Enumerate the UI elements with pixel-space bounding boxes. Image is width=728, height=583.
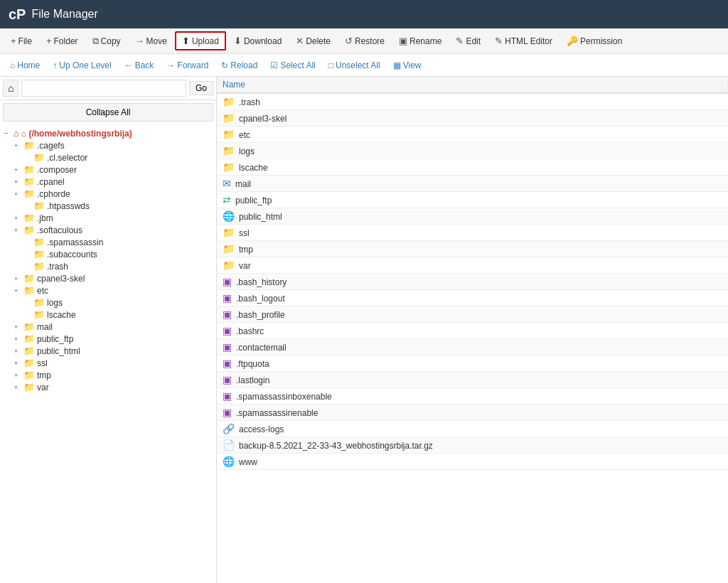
- tree-item-label: .cphorde: [37, 189, 70, 199]
- file-name: access-logs: [239, 424, 284, 434]
- tree-item-label: .cagefs: [37, 141, 65, 151]
- tree-item[interactable]: 📁.cl.selector: [0, 151, 216, 164]
- permissions-button[interactable]: 🔑Permission: [560, 32, 628, 50]
- reload-nav-label: Reload: [230, 60, 257, 70]
- table-row[interactable]: ▣.bash_history: [217, 274, 728, 290]
- table-row[interactable]: 📁.trash: [217, 93, 728, 110]
- table-row[interactable]: ▣.bash_logout: [217, 290, 728, 306]
- tree-item[interactable]: +📁public_ftp: [0, 333, 216, 345]
- html-editor-button[interactable]: ✎HTML Editor: [488, 32, 559, 50]
- file-name: .spamassassinboxenable: [236, 392, 332, 402]
- html-editor-label: HTML Editor: [505, 36, 552, 46]
- home-icon-btn[interactable]: ⌂: [3, 80, 18, 97]
- table-row[interactable]: ▣.bash_profile: [217, 306, 728, 323]
- file-name-cell: ⇄public_ftp: [217, 192, 728, 208]
- path-input[interactable]: [21, 80, 186, 97]
- tree-item[interactable]: 📁lscache: [0, 309, 216, 321]
- table-row[interactable]: ▣.bashrc: [217, 323, 728, 339]
- collapse-all-button[interactable]: Collapse All: [3, 103, 213, 122]
- table-row[interactable]: 📁logs: [217, 143, 728, 159]
- rename-button[interactable]: ▣Rename: [392, 32, 448, 50]
- view-nav-button[interactable]: ▦View: [387, 58, 427, 73]
- table-row[interactable]: 📄backup-8.5.2021_22-33-43_webhostingsrbi…: [217, 437, 728, 454]
- forward-nav-button[interactable]: →Forward: [161, 58, 214, 73]
- move-button[interactable]: →Move: [129, 32, 173, 50]
- tree-item[interactable]: 📁.subaccounts: [0, 248, 216, 260]
- up-one-level-nav-button[interactable]: ↑Up One Level: [47, 58, 117, 73]
- table-row[interactable]: ▣.spamassassinboxenable: [217, 388, 728, 405]
- tree-item[interactable]: +📁ssl: [0, 357, 216, 369]
- delete-button[interactable]: ✕Delete: [289, 32, 337, 50]
- tree-root[interactable]: − ⌂ ⌂ (/home/webhostingsrbija): [0, 127, 216, 139]
- table-row[interactable]: 📁cpanel3-skel: [217, 110, 728, 127]
- table-row[interactable]: ▣.ftpquota: [217, 355, 728, 372]
- tree-item[interactable]: 📁.trash: [0, 260, 216, 272]
- tree-item[interactable]: +📁var: [0, 381, 216, 393]
- home-nav-button[interactable]: ⌂Home: [4, 58, 46, 73]
- go-button[interactable]: Go: [189, 81, 213, 95]
- tree-item[interactable]: +📁.composer: [0, 164, 216, 176]
- tree-item[interactable]: +📁.cpanel: [0, 176, 216, 188]
- table-row[interactable]: 📁var: [217, 257, 728, 274]
- table-row[interactable]: 📁ssl: [217, 225, 728, 241]
- table-row[interactable]: ✉mail: [217, 176, 728, 192]
- table-row[interactable]: 📁lscache: [217, 159, 728, 176]
- tree-item-label: etc: [37, 286, 48, 296]
- folder-icon: 📁: [23, 140, 35, 151]
- rename-icon: ▣: [399, 36, 407, 46]
- table-row[interactable]: ▣.spamassassinenable: [217, 405, 728, 421]
- reload-nav-button[interactable]: ↻Reload: [215, 58, 263, 73]
- upload-button[interactable]: ⬆Upload: [175, 31, 226, 50]
- back-nav-button[interactable]: ←Back: [119, 58, 160, 73]
- file-name-cell: 📁logs: [217, 143, 728, 159]
- edit-icon: ✎: [456, 36, 464, 46]
- table-row[interactable]: 🔗access-logs: [217, 421, 728, 437]
- tree-item[interactable]: 📁.spamassassin: [0, 236, 216, 248]
- tree-item[interactable]: +📁.jbm: [0, 212, 216, 224]
- back-nav-label: Back: [135, 60, 154, 70]
- app-title: File Manager: [31, 8, 97, 21]
- file-label: File: [18, 36, 32, 46]
- tree-item[interactable]: +📁mail: [0, 321, 216, 333]
- download-button[interactable]: ⬇Download: [228, 32, 288, 50]
- table-row[interactable]: ▣.lastlogin: [217, 372, 728, 388]
- file-type-icon: 📁: [223, 161, 235, 173]
- folder-icon: 📁: [23, 164, 35, 175]
- expand-icon: +: [14, 323, 21, 331]
- tree-item[interactable]: 📁.htpasswds: [0, 200, 216, 212]
- table-row[interactable]: 🌐www: [217, 454, 728, 470]
- tree-item[interactable]: +📁.cphorde: [0, 188, 216, 200]
- folder-button[interactable]: +Folder: [40, 32, 85, 50]
- folder-icon: 📁: [23, 321, 35, 332]
- table-row[interactable]: 🌐public_html: [217, 208, 728, 225]
- copy-button[interactable]: ⧉Copy: [86, 32, 127, 50]
- expand-icon: +: [14, 287, 21, 294]
- tree-item[interactable]: +📁public_html: [0, 345, 216, 357]
- tree-item[interactable]: 📁logs: [0, 296, 216, 309]
- file-type-icon: 📁: [223, 260, 235, 271]
- copy-icon: ⧉: [92, 36, 99, 47]
- restore-button[interactable]: ↺Restore: [338, 32, 391, 50]
- tree-item-label: .trash: [47, 262, 68, 272]
- table-row[interactable]: 📁etc: [217, 127, 728, 143]
- file-name: www: [239, 457, 257, 467]
- folder-icon: 📁: [33, 261, 45, 272]
- tree-item[interactable]: +📁cpanel3-skel: [0, 272, 216, 284]
- tree-item[interactable]: +📁.cagefs: [0, 139, 216, 151]
- table-row[interactable]: 📁tmp: [217, 241, 728, 257]
- table-row[interactable]: ▣.contactemail: [217, 339, 728, 355]
- folder-icon: 📁: [33, 297, 45, 308]
- select-all-nav-button[interactable]: ☑Select All: [264, 58, 321, 73]
- file-name: .ftpquota: [236, 359, 269, 369]
- file-button[interactable]: +File: [4, 32, 38, 50]
- file-type-icon: ▣: [223, 390, 232, 402]
- edit-button[interactable]: ✎Edit: [449, 32, 487, 50]
- table-row[interactable]: ⇄public_ftp: [217, 192, 728, 208]
- tree-item[interactable]: +📁etc: [0, 284, 216, 296]
- tree-item[interactable]: +📁tmp: [0, 369, 216, 381]
- view-icon: ▦: [393, 60, 401, 70]
- unselect-all-nav-button[interactable]: □Unselect All: [323, 58, 386, 73]
- tree-item[interactable]: +📁.softaculous: [0, 224, 216, 236]
- file-type-icon: 📁: [223, 243, 235, 255]
- folder-icon: 📁: [33, 237, 45, 247]
